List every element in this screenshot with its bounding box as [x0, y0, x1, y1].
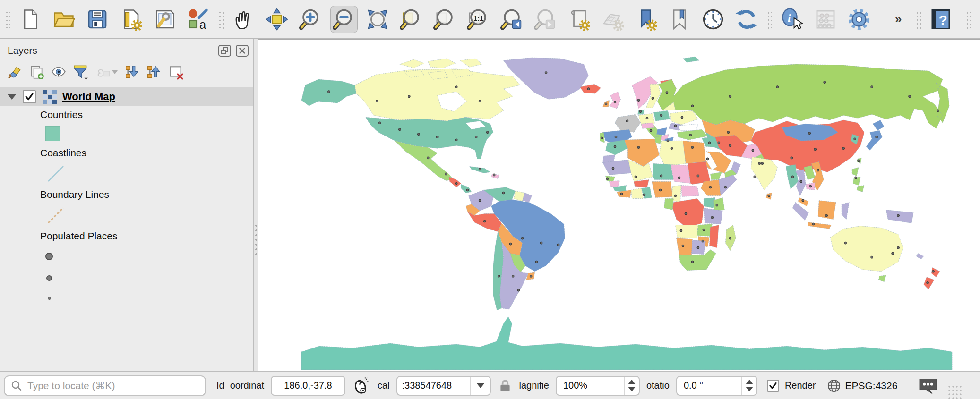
country-svalbard [683, 57, 699, 62]
open-layer-styling-button[interactable] [6, 63, 25, 82]
rotation-spinbox[interactable] [676, 376, 757, 396]
populated-place-dot [660, 114, 662, 117]
populated-place-dot [932, 270, 935, 272]
resize-grip[interactable] [947, 385, 962, 399]
toolbar-grip[interactable] [218, 10, 224, 29]
layer-group-row-world-map[interactable]: World Map [0, 87, 253, 106]
layer-visibility-checkbox[interactable] [23, 90, 36, 103]
legend-entry-populated-places[interactable]: Populated Places [0, 227, 253, 245]
help-button[interactable] [927, 6, 954, 33]
messages-button[interactable] [917, 377, 939, 395]
lock-scale-button[interactable] [498, 378, 513, 393]
toolbar-grip[interactable] [5, 10, 10, 29]
map-canvas[interactable] [258, 39, 980, 371]
new-map-view-icon [567, 8, 590, 31]
populated-place-dot [379, 122, 381, 124]
panel-close-button[interactable] [236, 45, 249, 57]
coordinate-field[interactable] [271, 376, 345, 396]
options-button[interactable] [845, 6, 873, 33]
expression-dropdown-arrow[interactable] [112, 70, 118, 74]
style-manager-button[interactable] [184, 6, 212, 33]
legend-entry-boundary-lines[interactable]: Boundary Lines [0, 186, 253, 204]
temporal-controller-button[interactable] [699, 6, 727, 33]
check-icon [24, 92, 34, 102]
mouse-position-toggle-button[interactable] [352, 376, 371, 395]
populated-place-dot [643, 194, 645, 196]
new-spatial-bookmark-button[interactable] [632, 6, 660, 33]
collapse-all-button[interactable] [145, 63, 163, 82]
expand-all-button[interactable] [123, 63, 142, 82]
new-print-layout-icon [120, 8, 142, 31]
new-project-button[interactable] [17, 6, 44, 33]
pan-to-selection-button[interactable] [263, 6, 291, 33]
layout-manager-button[interactable] [151, 6, 178, 33]
add-group-button[interactable] [27, 63, 46, 82]
locator-box[interactable] [4, 375, 206, 396]
identify-features-button[interactable] [778, 6, 806, 33]
legend-swatch-pp-large [0, 245, 253, 268]
populated-place-dot [667, 140, 669, 142]
legend-entry-countries[interactable]: Countries [0, 106, 253, 123]
populated-place-dot [768, 195, 770, 197]
populated-place-dot [689, 134, 692, 136]
populated-place-dot [455, 182, 457, 185]
globe-icon [827, 379, 841, 393]
toolbar-overflow-chevron[interactable]: » [891, 12, 904, 26]
magnifier-input[interactable] [561, 380, 624, 391]
locator-input[interactable] [27, 380, 199, 391]
scale-combobox[interactable]: :338547648 [396, 376, 491, 396]
coordinate-input[interactable] [275, 380, 342, 391]
lock-icon [498, 378, 513, 393]
funnel-icon [72, 64, 88, 80]
zoom-full-button[interactable] [364, 6, 391, 33]
expand-arrow-icon[interactable] [8, 94, 16, 100]
refresh-button[interactable] [733, 6, 760, 33]
layer-group-label[interactable]: World Map [62, 91, 115, 103]
scale-dropdown-button[interactable] [470, 377, 490, 395]
zoom-last-button[interactable] [498, 6, 525, 33]
new-map-view-button[interactable] [565, 6, 593, 33]
panel-splitter[interactable] [254, 39, 258, 371]
zoom-in-button[interactable] [297, 6, 324, 33]
filter-legend-button[interactable] [71, 63, 90, 82]
mouse-position-toggle-icon [352, 376, 371, 395]
render-toggle[interactable]: Render [767, 380, 816, 392]
toolbar-grip[interactable] [965, 10, 971, 29]
rotation-input[interactable] [682, 380, 741, 391]
country-guatemala [449, 177, 461, 187]
country-antarctica [301, 317, 952, 370]
country-ivory-coast [631, 188, 643, 198]
render-checkbox[interactable] [767, 380, 779, 392]
magnifier-spinbox[interactable] [556, 376, 640, 396]
magnifier-label: lagnifie [519, 380, 549, 391]
rotation-spin-buttons[interactable] [741, 377, 756, 395]
save-project-button[interactable] [84, 6, 111, 33]
zoom-native-button[interactable] [464, 6, 492, 33]
remove-layer-button[interactable] [166, 63, 185, 82]
country-sulawesi [842, 202, 849, 219]
country-morocco [606, 140, 628, 155]
open-project-button[interactable] [50, 6, 77, 33]
crs-status-button[interactable]: EPSG:4326 [827, 379, 897, 393]
toolbar-grip[interactable] [915, 10, 921, 29]
toolbar-grip[interactable] [766, 10, 772, 29]
spin-up-icon [628, 380, 636, 384]
pan-map-button[interactable] [230, 6, 257, 33]
country-russia [657, 64, 949, 128]
search-icon [10, 380, 23, 392]
collapse-all-icon [146, 64, 162, 80]
zoom-to-selection-button[interactable] [397, 6, 425, 33]
zoom-out-button[interactable] [330, 6, 358, 33]
magnifier-spin-buttons[interactable] [624, 377, 639, 395]
populated-place-dot [646, 117, 648, 119]
manage-map-themes-button[interactable] [49, 63, 68, 82]
zoom-to-layer-button[interactable] [431, 6, 458, 33]
panel-float-button[interactable] [218, 45, 231, 57]
populated-place-dot [892, 252, 894, 255]
show-bookmarks-button[interactable] [666, 6, 693, 33]
populated-place-dot [328, 91, 330, 93]
legend-swatch-boundary-lines [0, 204, 253, 227]
legend-entry-coastlines[interactable]: Coastlines [0, 144, 253, 162]
populated-place-dot [897, 214, 900, 217]
new-print-layout-button[interactable] [117, 6, 145, 33]
